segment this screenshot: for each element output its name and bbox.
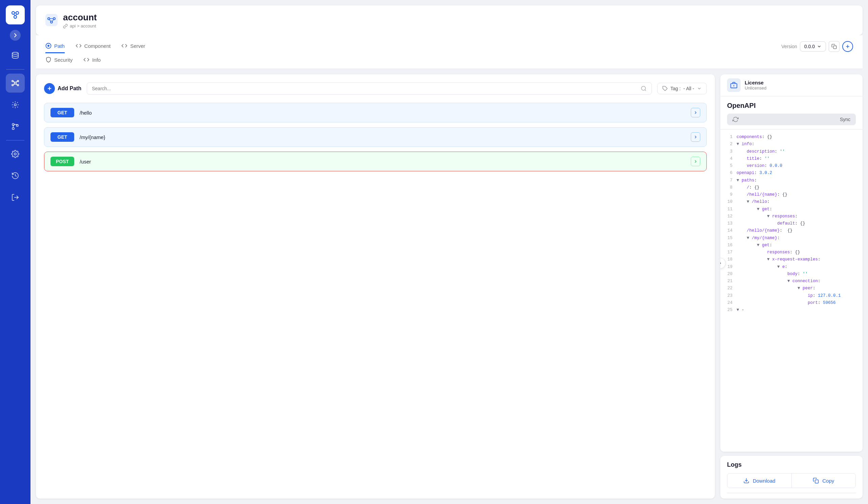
tab-path[interactable]: Path <box>45 39 65 53</box>
sync-bar: Sync <box>727 114 856 125</box>
tab-server[interactable]: Server <box>121 39 145 53</box>
license-value: Unlicensed <box>745 85 766 91</box>
tag-filter[interactable]: Tag : - All - <box>657 83 707 94</box>
path-item-my-name[interactable]: GET /my/{name} <box>44 127 707 147</box>
sidebar <box>0 0 31 504</box>
svg-rect-31 <box>834 46 837 49</box>
path-item-user[interactable]: POST /user <box>44 152 707 171</box>
search-input[interactable] <box>92 86 638 91</box>
sync-icon <box>733 116 738 122</box>
copy-version-button[interactable] <box>829 41 839 52</box>
sidebar-logo <box>6 6 25 24</box>
openapi-header: OpenAPI Sync <box>720 96 862 130</box>
page-title: account <box>63 12 97 23</box>
path-text-hello: /hello <box>80 110 691 115</box>
sidebar-collapse-toggle[interactable] <box>10 30 21 41</box>
sidebar-item-settings[interactable] <box>6 144 25 163</box>
tab-row-top: Path Component Server Version 0.0.0 <box>45 35 853 53</box>
openapi-panel: License Unlicensed OpenAPI Sync <box>720 74 862 452</box>
svg-point-30 <box>48 45 50 47</box>
sync-button[interactable]: Sync <box>840 117 850 122</box>
chevron-down-icon <box>697 86 702 91</box>
method-badge-post-user: POST <box>51 157 74 166</box>
svg-point-6 <box>12 52 18 54</box>
paths-toolbar: + Add Path Tag : - All - <box>44 82 707 94</box>
sidebar-item-network[interactable] <box>6 73 25 93</box>
svg-line-13 <box>16 81 17 82</box>
code-line-18: 18 ▼ x-request-examples: <box>726 256 857 263</box>
copy-icon <box>813 477 819 484</box>
path-text-user: /user <box>80 159 691 164</box>
code-line-22: 22 ▼ peer: <box>726 285 857 292</box>
svg-rect-41 <box>815 480 818 483</box>
code-line-4: 4 title: '' <box>726 155 857 162</box>
add-path-button[interactable]: + Add Path <box>44 83 81 94</box>
code-line-17: 17 responses: {} <box>726 249 857 256</box>
sidebar-item-history[interactable] <box>6 166 25 185</box>
logs-panel: Logs Download <box>720 456 862 498</box>
sidebar-item-integration[interactable] <box>6 95 25 114</box>
code-line-14: 14 /hello/{name}: {} <box>726 227 857 234</box>
openapi-title: OpenAPI <box>727 102 856 110</box>
svg-point-20 <box>14 153 16 155</box>
code-line-6: 6 openapi: 3.0.2 <box>726 170 857 177</box>
search-icon <box>641 85 647 92</box>
code-line-3: 3 description: '' <box>726 148 857 155</box>
license-icon <box>727 78 741 92</box>
sidebar-divider-1 <box>6 69 24 70</box>
svg-line-14 <box>13 84 14 85</box>
svg-line-35 <box>645 90 646 91</box>
code-line-25: 25 ▼ - <box>726 306 857 314</box>
code-line-20: 20 body: '' <box>726 271 857 278</box>
svg-point-8 <box>12 80 13 82</box>
code-line-21: 21 ▼ connection: <box>726 278 857 285</box>
logo-icon <box>10 10 21 20</box>
sidebar-item-export[interactable] <box>6 188 25 207</box>
code-line-13: 13 default: {} <box>726 220 857 227</box>
license-area: License Unlicensed <box>720 74 862 96</box>
logs-title: Logs <box>727 461 856 468</box>
code-line-11: 11 ▼ get: <box>726 206 857 213</box>
tab-component[interactable]: Component <box>75 39 111 53</box>
method-badge-get-hello: GET <box>51 108 74 117</box>
code-line-10: 10 ▼ /hello: <box>726 199 857 205</box>
tab-row-bottom: Security Info <box>45 53 853 69</box>
code-line-1: 1 components: {} <box>726 134 857 141</box>
logs-actions: Download Copy <box>727 473 856 488</box>
path-arrow-user[interactable] <box>691 157 700 166</box>
svg-point-11 <box>17 84 19 86</box>
path-arrow-my-name[interactable] <box>691 132 700 142</box>
svg-point-9 <box>17 80 19 82</box>
breadcrumb: api > account <box>63 23 97 29</box>
code-line-8: 8 /: {} <box>726 184 857 191</box>
tab-info[interactable]: Info <box>83 53 101 67</box>
svg-line-12 <box>13 81 14 82</box>
add-version-button[interactable] <box>842 41 853 52</box>
code-line-15: 15 ▼ /my/{name}: <box>726 235 857 242</box>
copy-button[interactable]: Copy <box>792 473 856 488</box>
log-divider <box>727 493 856 493</box>
tab-security[interactable]: Security <box>45 53 72 67</box>
license-label: License <box>745 80 766 85</box>
download-button[interactable]: Download <box>727 473 792 488</box>
code-editor: 1 components: {} 2 ▼ info: 3 description… <box>720 130 862 452</box>
svg-line-15 <box>16 84 17 85</box>
svg-point-16 <box>14 104 16 106</box>
sidebar-divider-2 <box>6 140 24 140</box>
header-card: account api > account <box>36 6 862 35</box>
account-icon <box>45 14 58 27</box>
svg-line-5 <box>16 14 17 16</box>
code-line-24: 24 port: 59656 <box>726 300 857 306</box>
path-arrow-hello[interactable] <box>691 108 700 117</box>
svg-point-18 <box>12 128 14 130</box>
code-line-12: 12 ▼ responses: <box>726 213 857 220</box>
sidebar-item-git[interactable] <box>6 117 25 136</box>
code-line-9: 9 /hell/{name}: {} <box>726 191 857 199</box>
svg-point-34 <box>641 86 645 90</box>
tab-area: Path Component Server Version 0.0.0 <box>36 35 862 69</box>
version-select[interactable]: 0.0.0 <box>800 41 826 52</box>
download-icon <box>743 477 750 484</box>
code-line-2: 2 ▼ info: <box>726 141 857 148</box>
sidebar-item-database[interactable] <box>6 46 25 65</box>
path-item-hello[interactable]: GET /hello <box>44 103 707 122</box>
